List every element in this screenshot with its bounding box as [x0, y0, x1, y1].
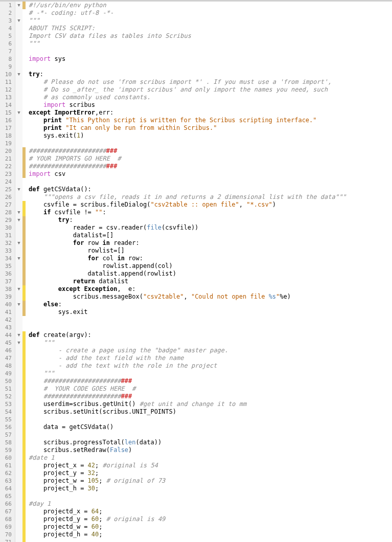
code-line[interactable]: rowlist=[] [29, 247, 392, 255]
code-line[interactable] [29, 324, 392, 331]
code-line[interactable]: # Do so _after_ the 'import scribus' and… [29, 86, 392, 94]
fold-toggle[interactable]: ▼ [15, 331, 22, 339]
line-number[interactable]: 7 [0, 48, 15, 55]
line-number[interactable]: 40 [0, 301, 15, 308]
line-number[interactable]: 69 [0, 523, 15, 531]
code-line[interactable] [29, 140, 392, 147]
code-line[interactable]: # Please do not use 'from scribus import… [29, 78, 392, 86]
line-number[interactable]: 15 [0, 109, 15, 117]
code-line[interactable]: scribus.setRedraw(False) [29, 446, 392, 454]
line-number[interactable]: 61 [0, 462, 15, 469]
code-line[interactable]: for col in row: [29, 255, 392, 262]
code-line[interactable]: rowlist.append(col) [29, 262, 392, 270]
code-line[interactable]: scribus.setUnit(scribus.UNIT_POINTS) [29, 408, 392, 416]
line-number[interactable]: 14 [0, 101, 15, 109]
line-number[interactable]: 32 [0, 239, 15, 247]
code-line[interactable]: datalist=[] [29, 232, 392, 239]
code-line[interactable]: reader = csv.reader(file(csvfile)) [29, 224, 392, 232]
line-number[interactable]: 34 [0, 255, 15, 262]
code-line[interactable]: import sys [29, 55, 392, 63]
line-number[interactable]: 42 [0, 316, 15, 324]
code-line[interactable]: try: [29, 71, 392, 78]
line-number[interactable]: 4 [0, 25, 15, 32]
code-line[interactable]: # as commonly used constants. [29, 94, 392, 101]
code-line[interactable]: project_w = 105; # original of 73 [29, 477, 392, 485]
line-number[interactable]: 13 [0, 94, 15, 101]
code-line[interactable]: # YOUR IMPORTS GO HERE # [29, 155, 392, 163]
code-line[interactable] [29, 48, 392, 55]
code-line[interactable]: #!/usr/bin/env python [29, 2, 392, 9]
code-content[interactable]: #!/usr/bin/env python# -*- coding: utf-8… [26, 2, 392, 542]
line-number[interactable]: 12 [0, 86, 15, 94]
code-line[interactable]: project_x = 42; #original is 54 [29, 462, 392, 469]
code-line[interactable]: scribus.progressTotal(len(data)) [29, 439, 392, 446]
fold-toggle[interactable]: ▼ [15, 209, 22, 216]
code-line[interactable]: - add the text with the role in the proj… [29, 362, 392, 370]
code-line[interactable]: for row in reader: [29, 239, 392, 247]
code-line[interactable]: project_y = 32; [29, 469, 392, 477]
line-number[interactable]: 20 [0, 147, 15, 155]
code-line[interactable]: - add the text field with the name [29, 354, 392, 362]
fold-toggle[interactable]: ▼ [15, 239, 22, 247]
line-number[interactable]: 55 [0, 416, 15, 423]
line-number[interactable]: 57 [0, 431, 15, 439]
code-line[interactable]: sys.exit [29, 308, 392, 316]
code-line[interactable]: # YOUR CODE GOES HERE # [29, 385, 392, 393]
line-number[interactable]: 58 [0, 439, 15, 446]
code-line[interactable]: Import CSV data files as tables into Scr… [29, 32, 392, 40]
code-line[interactable]: import csv [29, 170, 392, 178]
line-number[interactable]: 6 [0, 40, 15, 48]
code-line[interactable]: projectd_y = 60; # original is 49 [29, 515, 392, 523]
line-number[interactable]: 28 [0, 209, 15, 216]
fold-toggle[interactable]: ▼ [15, 17, 22, 25]
line-number[interactable]: 1 [0, 2, 15, 9]
line-number[interactable]: 43 [0, 324, 15, 331]
line-number[interactable]: 68 [0, 515, 15, 523]
line-number[interactable]: 53 [0, 400, 15, 408]
code-line[interactable] [29, 416, 392, 423]
line-number[interactable]: 27 [0, 201, 15, 209]
line-number[interactable]: 46 [0, 347, 15, 354]
fold-toggle[interactable]: ▼ [15, 255, 22, 262]
line-number[interactable]: 65 [0, 492, 15, 500]
line-number[interactable]: 71 [0, 538, 15, 542]
line-number[interactable]: 38 [0, 285, 15, 293]
code-line[interactable]: ######################## [29, 147, 392, 155]
code-line[interactable]: if csvfile != "": [29, 209, 392, 216]
line-number[interactable]: 31 [0, 232, 15, 239]
line-number[interactable]: 50 [0, 377, 15, 385]
code-line[interactable]: sys.exit(1) [29, 132, 392, 140]
line-number[interactable]: 11 [0, 78, 15, 86]
fold-toggle[interactable]: ▼ [15, 109, 22, 117]
line-number[interactable]: 39 [0, 293, 15, 301]
line-number[interactable]: 29 [0, 216, 15, 224]
line-number[interactable]: 25 [0, 186, 15, 193]
code-line[interactable]: datalist.append(rowlist) [29, 270, 392, 278]
code-line[interactable]: """ [29, 17, 392, 25]
code-line[interactable]: #date 1 [29, 454, 392, 462]
line-number[interactable]: 22 [0, 163, 15, 170]
code-line[interactable]: import scribus [29, 101, 392, 109]
code-line[interactable]: def create(argv): [29, 331, 392, 339]
fold-toggle[interactable]: ▼ [15, 186, 22, 193]
fold-toggle[interactable]: ▼ [15, 2, 22, 9]
line-number[interactable]: 36 [0, 270, 15, 278]
line-number[interactable]: 59 [0, 446, 15, 454]
line-number[interactable]: 23 [0, 170, 15, 178]
code-line[interactable] [29, 63, 392, 71]
code-line[interactable]: except ImportError,err: [29, 109, 392, 117]
line-number[interactable]: 8 [0, 55, 15, 63]
line-number[interactable]: 52 [0, 393, 15, 400]
fold-toggle[interactable]: ▼ [15, 339, 22, 347]
code-line[interactable]: try: [29, 216, 392, 224]
line-number[interactable]: 10 [0, 71, 15, 78]
code-line[interactable]: # -*- coding: utf-8 -*- [29, 9, 392, 17]
line-number-gutter[interactable]: 1234567891011121314151617181920212223242… [0, 2, 15, 542]
line-number[interactable]: 56 [0, 423, 15, 431]
line-number[interactable]: 21 [0, 155, 15, 163]
line-number[interactable]: 47 [0, 354, 15, 362]
code-line[interactable] [29, 178, 392, 186]
code-line[interactable]: ######################## [29, 377, 392, 385]
code-line[interactable]: """opens a csv file, reads it in and ret… [29, 193, 392, 201]
line-number[interactable]: 63 [0, 477, 15, 485]
